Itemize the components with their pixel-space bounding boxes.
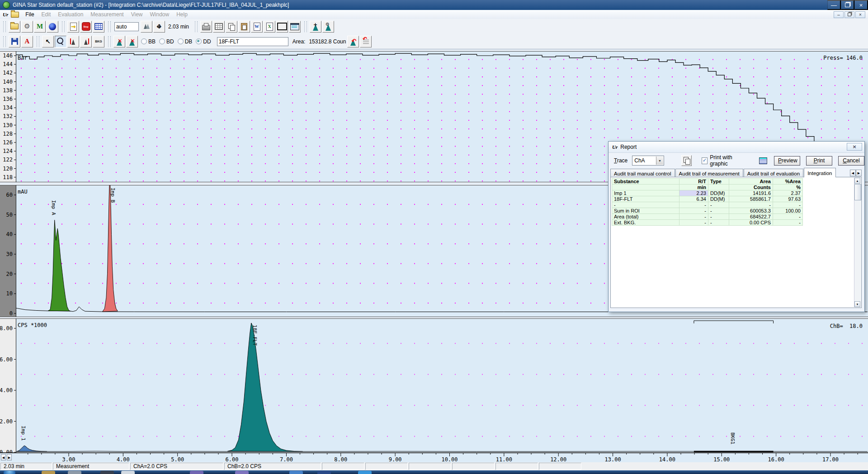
preview-button[interactable]: Preview <box>774 156 800 166</box>
table-cell[interactable]: - <box>773 220 803 226</box>
tab-scroll-left-icon[interactable]: ◀ <box>850 170 856 176</box>
table-cell[interactable]: - <box>708 220 729 226</box>
table-icon[interactable] <box>213 21 225 33</box>
apply-baseline-icon[interactable] <box>360 36 372 47</box>
file-open-menu-icon[interactable] <box>11 12 19 18</box>
table-cell[interactable]: 0.00 CPS <box>729 220 773 226</box>
excel-export-icon[interactable]: X <box>264 21 275 33</box>
mdi-minimize-button[interactable]: – <box>834 11 844 18</box>
trace-select[interactable]: ChA ▼ <box>632 156 664 166</box>
acquisition-sphere-icon[interactable] <box>47 21 58 33</box>
table-row[interactable]: Sum in ROI--600053.3100.00 <box>612 208 803 214</box>
scroll-left-button[interactable]: ◀ <box>1 454 6 460</box>
save-icon[interactable] <box>9 36 20 47</box>
pointer-icon[interactable]: ↖ <box>42 36 54 47</box>
table-cell[interactable]: - <box>773 214 803 220</box>
scroll-right-button[interactable]: ▶ <box>7 454 12 460</box>
scroll-down-icon[interactable]: ▼ <box>854 301 860 307</box>
table-row[interactable]: Ext. BKG.--0.00 CPS- <box>612 220 803 226</box>
restore-button[interactable] <box>841 0 854 10</box>
delete-area-icon[interactable]: A <box>21 36 33 47</box>
zoom-icon[interactable] <box>55 36 66 47</box>
full-scale-icon[interactable]: ↔↔ <box>153 21 165 33</box>
menu-item-file[interactable]: File <box>22 10 38 19</box>
peak-type-radio-bb[interactable]: BB <box>141 38 156 45</box>
table-row[interactable]: 18F-FLT6.34DD(M)585861.797.63 <box>612 196 803 202</box>
table-cell[interactable]: 18F-FLT <box>612 196 679 202</box>
close-button[interactable]: × <box>854 0 868 10</box>
table-scrollbar[interactable]: ▲ ▼ <box>854 178 861 307</box>
table-cell[interactable]: Ext. BKG. <box>612 220 679 226</box>
taskbar-app-gray[interactable] <box>68 471 81 474</box>
peak-end-marker-icon[interactable] <box>80 36 92 47</box>
system-setup-icon[interactable]: ⚙ <box>21 21 33 33</box>
table-cell[interactable]: 6.34 <box>679 196 708 202</box>
print-with-graphic-checkbox[interactable]: ✓ Print with graphic <box>702 154 746 167</box>
table-cell[interactable]: - <box>679 214 708 220</box>
taskbar-app-navy[interactable] <box>317 471 331 474</box>
gina-menu-icon[interactable]: Ur <box>3 12 8 17</box>
print-icon[interactable] <box>200 21 212 33</box>
table-cell[interactable]: - <box>708 208 729 214</box>
table-cell[interactable]: 14191.6 <box>729 190 773 196</box>
table-cell[interactable]: 97.63 <box>773 196 803 202</box>
report-dialog-close-button[interactable]: × <box>847 143 862 151</box>
table-cell[interactable]: 100.00 <box>773 208 803 214</box>
delete-peak-icon[interactable] <box>113 36 125 47</box>
table-cell[interactable]: - <box>708 214 729 220</box>
word-export-icon[interactable]: W <box>251 21 263 33</box>
method-icon[interactable]: M <box>34 21 46 33</box>
paste-icon[interactable] <box>238 21 250 33</box>
copy-icon[interactable] <box>226 21 237 33</box>
add-peak-icon[interactable] <box>310 21 321 33</box>
taskbar-app-blue-1[interactable] <box>289 471 303 474</box>
radio-plot[interactable]: 8.006.004.002.000.00CPS *1000ChB= 18.0Im… <box>0 318 868 453</box>
table-cell[interactable]: 600053.3 <box>729 208 773 214</box>
frame-icon[interactable] <box>276 21 288 33</box>
open-folder-icon[interactable] <box>9 21 20 33</box>
peak-start-marker-icon[interactable] <box>67 36 79 47</box>
scale-mode-input[interactable] <box>114 22 139 31</box>
table-cell[interactable]: 2.37 <box>773 190 803 196</box>
stop-icon[interactable]: Stop <box>80 21 92 33</box>
edit-peak-icon[interactable] <box>322 21 334 33</box>
windows-taskbar[interactable] <box>0 470 868 474</box>
taskbar-app-page[interactable] <box>121 471 135 474</box>
table-cell[interactable]: - <box>612 202 679 208</box>
report-layout-icon[interactable] <box>758 155 768 166</box>
cancel-button[interactable]: Cancel <box>838 156 864 166</box>
table-cell[interactable]: DD(M) <box>708 196 729 202</box>
table-cell[interactable]: - <box>708 202 729 208</box>
table-cell[interactable]: - <box>729 202 773 208</box>
table-row[interactable]: ----- <box>612 202 803 208</box>
tab-integration[interactable]: Integration <box>804 168 835 177</box>
taskbar-app-dark[interactable] <box>100 471 114 474</box>
result-table-icon[interactable] <box>93 21 104 33</box>
taskbar-start-orb[interactable] <box>4 471 15 474</box>
table-cell[interactable]: 585861.7 <box>729 196 773 202</box>
chart-window-icon[interactable] <box>289 21 301 33</box>
tab-audit-trail-of-evaluation[interactable]: Audit trail of evaluation <box>744 169 803 177</box>
copy-report-icon[interactable] <box>681 155 692 166</box>
table-cell[interactable]: - <box>679 220 708 226</box>
print-button[interactable]: Print <box>806 156 832 166</box>
delete-all-peaks-icon[interactable] <box>126 36 138 47</box>
table-cell[interactable]: - <box>773 202 803 208</box>
table-row[interactable]: Area (total)--684522.7- <box>612 214 803 220</box>
apply-peak-icon[interactable] <box>347 36 359 47</box>
minimize-button[interactable]: — <box>827 0 841 10</box>
table-cell[interactable]: - <box>679 208 708 214</box>
table-cell[interactable]: Sum in ROI <box>612 208 679 214</box>
table-cell[interactable]: Imp 1 <box>612 190 679 196</box>
table-cell[interactable]: DD(M) <box>708 190 729 196</box>
background-marker-icon[interactable]: BKG <box>93 36 104 47</box>
tab-audit-trail-manual-control[interactable]: Audit trail manual control <box>610 169 675 177</box>
taskbar-app-folder[interactable] <box>42 471 55 474</box>
scroll-up-icon[interactable]: ▲ <box>854 178 860 184</box>
table-cell[interactable]: Area (total) <box>612 214 679 220</box>
substance-input[interactable] <box>217 37 288 46</box>
table-cell[interactable]: 684522.7 <box>729 214 773 220</box>
table-cell[interactable]: - <box>679 202 708 208</box>
tab-audit-trail-of-measurement[interactable]: Audit trail of measurement <box>675 169 743 177</box>
export-report-icon[interactable]: → <box>67 21 79 33</box>
